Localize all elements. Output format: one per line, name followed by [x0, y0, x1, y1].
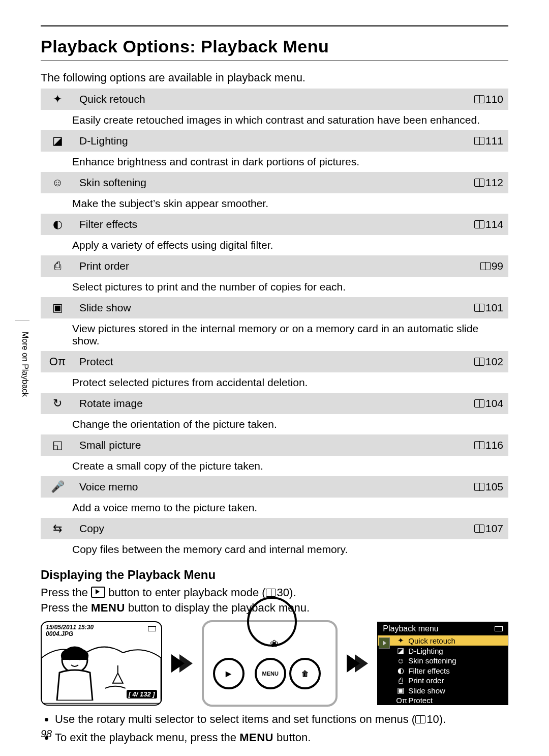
battery-icon — [495, 626, 503, 631]
option-icon: ◐ — [41, 214, 74, 235]
notes-list: Use the rotary multi selector to select … — [41, 712, 508, 745]
panel-item: ◐Filter effects — [378, 665, 508, 676]
book-icon — [474, 441, 484, 449]
option-name: Rotate image — [74, 393, 447, 414]
option-desc: Enhance brightness and contrast in dark … — [41, 152, 508, 172]
menu-word: MENU — [239, 731, 273, 744]
panel-item-icon: ☺ — [396, 656, 405, 665]
panel-item-label: Skin softening — [408, 656, 456, 665]
play-tab-icon — [379, 637, 390, 649]
panel-item-label: Filter effects — [408, 666, 449, 675]
option-page-ref: 114 — [447, 214, 508, 235]
option-row: ☺Skin softening112 — [41, 172, 508, 193]
option-name: Voice memo — [74, 476, 447, 498]
option-desc: Apply a variety of effects using digital… — [41, 235, 508, 255]
svg-point-0 — [69, 658, 71, 660]
text: ). — [289, 586, 296, 599]
play-button-icon — [91, 587, 105, 598]
menu-word: MENU — [91, 601, 125, 614]
option-desc-row: View pictures stored in the internal mem… — [41, 318, 508, 351]
panel-item: OπProtect — [378, 695, 508, 705]
option-desc-row: Protect selected pictures from accidenta… — [41, 372, 508, 393]
option-desc-row: Change the orientation of the picture ta… — [41, 414, 508, 434]
option-icon: ▣ — [41, 297, 74, 318]
panel-item-icon: ◪ — [396, 646, 405, 655]
panel-item-label: Protect — [408, 696, 433, 705]
option-icon: ◱ — [41, 434, 74, 456]
book-icon — [474, 95, 484, 103]
book-icon — [474, 220, 484, 228]
option-page-ref: 101 — [447, 297, 508, 318]
option-name: Slide show — [74, 297, 447, 318]
option-row: ◐Filter effects114 — [41, 214, 508, 235]
panel-title: Playback menu — [383, 624, 438, 633]
option-name: Print order — [74, 255, 447, 277]
option-name: Protect — [74, 351, 447, 372]
text: Press the — [41, 601, 91, 614]
option-desc: Create a small copy of the picture taken… — [41, 456, 508, 476]
panel-item-icon: ◐ — [396, 666, 405, 675]
page-number: 98 — [41, 728, 52, 740]
preview-filename: 0004.JPG — [46, 630, 73, 637]
option-icon: Oπ — [41, 351, 74, 372]
page-title: Playback Options: Playback Menu — [41, 37, 508, 56]
option-name: Skin softening — [74, 172, 447, 193]
option-page-ref: 110 — [447, 89, 508, 110]
arrow-icon — [171, 654, 193, 673]
option-row: ◱Small picture116 — [41, 434, 508, 456]
panel-rows: ✦Quick retouch◪D-Lighting☺Skin softening… — [378, 635, 508, 705]
option-icon: ✦ — [41, 89, 74, 110]
page-ref: 30 — [277, 586, 289, 599]
play-btn-illustration: ▶ — [213, 658, 245, 689]
playback-menu-illustration: Playback menu ✦Quick retouch◪D-Lighting☺… — [377, 622, 508, 705]
option-desc: Copy files between the memory card and i… — [41, 539, 508, 560]
option-icon: 🎤 — [41, 476, 74, 498]
option-row: ▣Slide show101 — [41, 297, 508, 318]
side-tab: More on Playback — [15, 321, 29, 402]
book-icon — [474, 525, 484, 533]
option-row: ⇆Copy107 — [41, 518, 508, 539]
option-desc-row: Enhance brightness and contrast in dark … — [41, 152, 508, 172]
option-page-ref: 112 — [447, 172, 508, 193]
option-name: Small picture — [74, 434, 447, 456]
book-icon — [266, 589, 276, 597]
panel-item-icon: ✦ — [396, 636, 405, 645]
book-icon — [474, 304, 484, 312]
option-page-ref: 111 — [447, 130, 508, 152]
book-icon — [415, 715, 425, 723]
panel-item: ◪D-Lighting — [378, 646, 508, 656]
person-illustration — [52, 645, 98, 701]
intro-text: The following options are available in p… — [41, 71, 508, 84]
option-page-ref: 107 — [447, 518, 508, 539]
note-2: To exit the playback menu, press the MEN… — [55, 730, 508, 745]
panel-item: ▣Slide show — [378, 685, 508, 695]
option-desc-row: Add a voice memo to the picture taken. — [41, 498, 508, 518]
preview-illustration: 15/05/2011 15:30 0004.JPG [ 4/ 132 ] — [41, 621, 162, 706]
option-name: Quick retouch — [74, 89, 447, 110]
book-icon — [480, 262, 491, 270]
option-desc: Easily create retouched images in which … — [41, 110, 508, 130]
panel-item-icon: ⎙ — [396, 676, 405, 685]
book-icon — [474, 399, 484, 408]
option-desc-row: Apply a variety of effects using digital… — [41, 235, 508, 255]
option-desc-row: Create a small copy of the picture taken… — [41, 456, 508, 476]
panel-item-label: Slide show — [408, 686, 445, 695]
option-page-ref: 99 — [447, 255, 508, 277]
preview-counter: [ 4/ 132 ] — [127, 690, 157, 699]
battery-icon — [148, 626, 156, 631]
option-row: OπProtect102 — [41, 351, 508, 372]
panel-item-label: Print order — [408, 676, 444, 685]
option-desc: Make the subject’s skin appear smoother. — [41, 193, 508, 214]
note-1: Use the rotary multi selector to select … — [55, 712, 508, 727]
svg-point-1 — [79, 658, 81, 660]
panel-item-icon: ▣ — [396, 686, 405, 695]
option-desc: View pictures stored in the internal mem… — [41, 318, 508, 351]
options-table: ✦Quick retouch110Easily create retouched… — [41, 89, 508, 560]
option-desc-row: Easily create retouched images in which … — [41, 110, 508, 130]
figures-row: 15/05/2011 15:30 0004.JPG [ 4/ 132 ] — [41, 620, 508, 707]
menu-btn-illustration: MENU — [255, 658, 286, 689]
option-page-ref: 105 — [447, 476, 508, 498]
option-icon: ↻ — [41, 393, 74, 414]
panel-item: ⎙Print order — [378, 676, 508, 685]
option-name: D-Lighting — [74, 130, 447, 152]
